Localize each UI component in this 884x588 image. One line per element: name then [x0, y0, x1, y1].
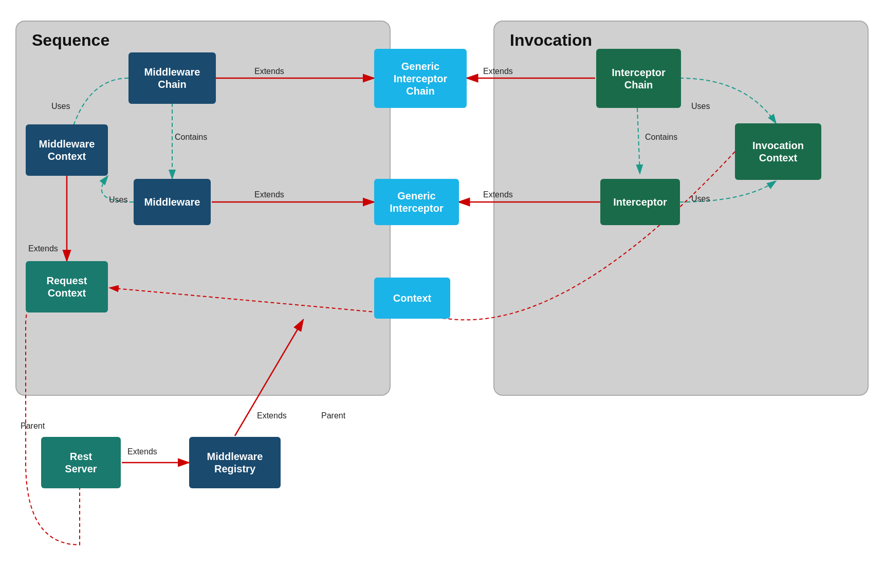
box-generic-interceptor-chain: GenericInterceptorChain [374, 49, 467, 108]
label-extends-seq: Extends [28, 244, 58, 253]
sequence-panel-title: Sequence [32, 31, 109, 50]
box-interceptor-chain: InterceptorChain [596, 49, 681, 108]
invocation-panel: Invocation [493, 21, 869, 396]
box-invocation-context: InvocationContext [735, 123, 821, 180]
invocation-panel-title: Invocation [510, 31, 592, 50]
box-middleware-chain: Middleware Chain [128, 52, 216, 104]
diagram: Sequence Invocation Generic Interceptor … [0, 0, 884, 588]
label-parent-1: Parent [21, 421, 45, 431]
box-request-context: RequestContext [26, 261, 108, 313]
label-uses-1: Uses [51, 102, 70, 111]
label-extends-2: Extends [254, 190, 284, 199]
label-contains-2: Contains [645, 133, 677, 142]
label-uses-3: Uses [691, 102, 710, 111]
box-rest-server: RestServer [41, 437, 121, 488]
label-uses-4: Uses [691, 194, 710, 204]
box-interceptor: Interceptor [600, 179, 680, 225]
box-middleware-registry: MiddlewareRegistry [189, 437, 281, 488]
label-extends-mr: Extends [257, 411, 287, 420]
label-extends-ic: Extends [483, 67, 513, 76]
label-extends-i: Extends [483, 190, 513, 199]
label-extends-1: Extends [254, 67, 284, 76]
box-middleware-context: MiddlewareContext [26, 124, 108, 176]
box-context: Context [374, 278, 450, 319]
label-parent-2: Parent [321, 411, 345, 420]
box-generic-interceptor: GenericInterceptor [374, 179, 459, 225]
label-extends-rs: Extends [127, 447, 157, 456]
label-uses-2: Uses [109, 195, 127, 205]
box-middleware: Middleware [134, 179, 211, 225]
label-contains-1: Contains [175, 133, 207, 142]
